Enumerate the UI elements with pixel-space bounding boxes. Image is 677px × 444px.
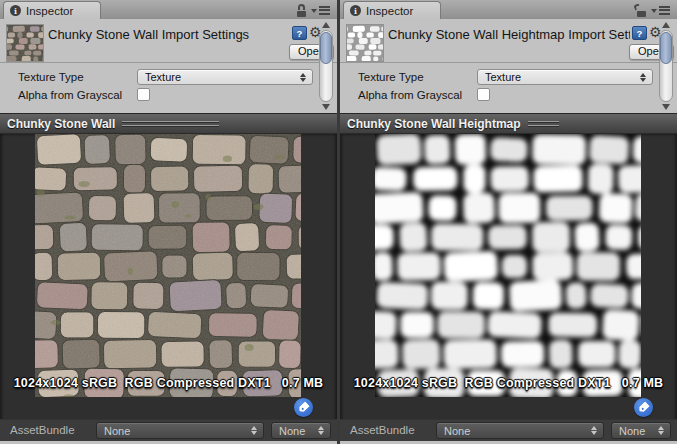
info-icon: i: [10, 5, 21, 16]
dropdown-arrows-icon: [640, 73, 647, 82]
alpha-from-grayscale-label: Alpha from Grayscal: [358, 89, 462, 101]
asset-title: Chunky Stone Wall Import Settings: [48, 27, 290, 44]
assetbundle-dropdown[interactable]: None: [436, 422, 604, 439]
dropdown-arrows-icon: [658, 426, 665, 435]
scrollbar-down-arrow[interactable]: [322, 104, 330, 110]
preview-header[interactable]: Chunky Stone Wall: [0, 113, 337, 134]
tag-icon: [637, 401, 650, 414]
texture-info-text: 1024x1024 sRGB RGB Compressed DXT1 0.7 M…: [0, 376, 337, 390]
lock-body: [297, 11, 306, 17]
preview-header[interactable]: Chunky Stone Wall Heightmap: [340, 113, 677, 134]
texture-type-label: Texture Type: [18, 71, 84, 83]
asset-title: Chunky Stone Wall Heightmap Import Setti…: [388, 27, 630, 44]
assetbundle-dropdown[interactable]: None: [96, 422, 264, 439]
assetbundle-variant-dropdown[interactable]: None: [611, 422, 671, 439]
drag-handle-icon[interactable]: [528, 121, 559, 127]
tab-bar: i Inspector: [0, 0, 337, 19]
panel-divider[interactable]: [337, 0, 340, 444]
info-icon: i: [350, 5, 361, 16]
alpha-from-grayscale-checkbox[interactable]: [137, 88, 150, 101]
assetbundle-row: AssetBundle None None: [0, 419, 337, 441]
texture-thumbnail: [7, 25, 43, 61]
scrollbar-track[interactable]: [659, 30, 673, 102]
drag-handle-icon[interactable]: [122, 121, 219, 127]
tag-icon: [297, 401, 310, 414]
chevron-down-icon: [311, 9, 317, 13]
dropdown-arrows-icon: [591, 426, 598, 435]
alpha-from-grayscale-checkbox[interactable]: [477, 88, 490, 101]
texture-type-value: Texture: [485, 71, 521, 83]
scrollbar-down-arrow[interactable]: [662, 104, 670, 110]
dropdown-arrows-icon: [251, 426, 258, 435]
tab-inspector[interactable]: i Inspector: [3, 1, 101, 19]
tab-bar: i Inspector: [340, 0, 677, 19]
dropdown-arrows-icon: [318, 426, 325, 435]
lock-body: [637, 11, 646, 17]
help-icon[interactable]: ?: [632, 26, 647, 40]
texture-preview: [35, 134, 301, 397]
preview-title: Chunky Stone Wall Heightmap: [347, 117, 521, 131]
assetbundle-label: AssetBundle: [350, 424, 415, 436]
texture-info-text: 1024x1024 sRGB RGB Compressed DXT1 0.7 M…: [340, 376, 677, 390]
lock-shackle: [298, 4, 305, 10]
texture-type-label: Texture Type: [358, 71, 424, 83]
texture-thumbnail: [347, 25, 383, 61]
assetbundle-tag-button[interactable]: [634, 398, 653, 417]
scrollbar-thumb[interactable]: [320, 32, 332, 64]
assetbundle-row: AssetBundle None None: [340, 419, 677, 441]
texture-preview: [375, 134, 641, 397]
hamburger-icon: [319, 6, 330, 15]
preview-area: 1024x1024 sRGB RGB Compressed DXT1 0.7 M…: [0, 134, 337, 440]
scrollbar-up-arrow[interactable]: [322, 22, 330, 28]
texture-type-value: Texture: [145, 71, 181, 83]
assetbundle-variant-value: None: [279, 425, 305, 437]
assetbundle-label: AssetBundle: [10, 424, 75, 436]
assetbundle-value: None: [104, 425, 130, 437]
assetbundle-value: None: [444, 425, 470, 437]
scrollbar-thumb[interactable]: [660, 32, 672, 64]
panel-menu-icon[interactable]: [651, 6, 670, 15]
panel-menu-icon[interactable]: [311, 6, 330, 15]
tab-label: Inspector: [366, 5, 413, 17]
dropdown-arrows-icon: [300, 73, 307, 82]
scrollbar-track[interactable]: [319, 30, 333, 102]
texture-type-dropdown[interactable]: Texture: [137, 69, 313, 85]
inspector-panel-left: i Inspector Chunky Stone Wall Import Set…: [0, 0, 337, 444]
assetbundle-variant-value: None: [619, 425, 645, 437]
assetbundle-tag-button[interactable]: [294, 398, 313, 417]
lock-icon[interactable]: [636, 4, 648, 17]
inspector-panel-right: i Inspector Chunky Stone Wall Heightmap …: [340, 0, 677, 444]
chevron-down-icon: [651, 9, 657, 13]
scrollbar-up-arrow[interactable]: [662, 22, 670, 28]
preview-title: Chunky Stone Wall: [7, 117, 115, 131]
lock-icon[interactable]: [296, 4, 308, 17]
tab-inspector[interactable]: i Inspector: [343, 1, 441, 19]
texture-type-dropdown[interactable]: Texture: [477, 69, 653, 85]
hamburger-icon: [659, 6, 670, 15]
tab-label: Inspector: [26, 5, 73, 17]
lock-shackle: [633, 3, 641, 11]
preview-area: 1024x1024 sRGB RGB Compressed DXT1 0.7 M…: [340, 134, 677, 440]
help-icon[interactable]: ?: [292, 26, 307, 40]
assetbundle-variant-dropdown[interactable]: None: [271, 422, 331, 439]
alpha-from-grayscale-label: Alpha from Grayscal: [18, 89, 122, 101]
